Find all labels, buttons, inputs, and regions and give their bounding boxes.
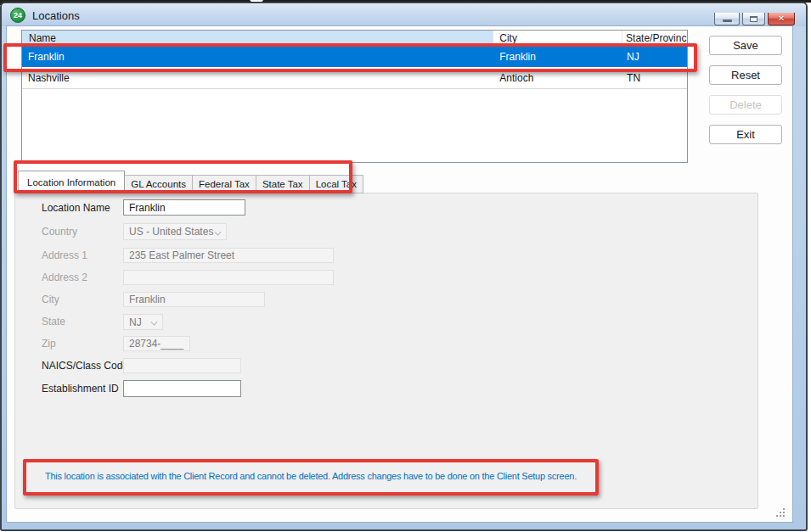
- annotation-box-selected-row: [3, 43, 697, 72]
- delete-button[interactable]: Delete: [709, 95, 782, 115]
- address2-label: Address 2: [42, 270, 87, 285]
- client-area: Name City State/Provinc Franklin Frankli…: [7, 26, 792, 522]
- close-button[interactable]: [768, 13, 795, 25]
- maximize-icon: [750, 16, 757, 22]
- resize-grip[interactable]: [775, 507, 786, 518]
- state-dropdown: NJ: [123, 314, 163, 330]
- annotation-box-note: [23, 459, 599, 496]
- address1-label: Address 1: [42, 248, 87, 263]
- reset-button[interactable]: Reset: [709, 65, 782, 85]
- zip-field: 28734-____: [123, 336, 190, 351]
- annotation-box-tabs: [14, 160, 352, 193]
- title-bar[interactable]: 24 Locations: [2, 3, 806, 26]
- address2-field: [123, 270, 334, 285]
- maximize-button[interactable]: [742, 13, 765, 25]
- app-logo-text: 24: [14, 11, 22, 20]
- naics-class-code-field: [123, 358, 241, 373]
- establishment-id-label: Establishment ID: [42, 381, 119, 396]
- window-title: Locations: [32, 9, 80, 22]
- minimize-button[interactable]: [714, 13, 740, 25]
- chevron-down-icon: [215, 229, 221, 235]
- establishment-id-field[interactable]: [123, 380, 241, 397]
- close-icon: [778, 14, 785, 23]
- location-name-label: Location Name: [42, 199, 110, 216]
- address1-field: 235 East Palmer Street: [123, 248, 334, 263]
- exit-button[interactable]: Exit: [709, 125, 782, 144]
- city-label: City: [42, 292, 59, 307]
- naics-class-code-label: NAICS/Class Code: [42, 358, 128, 373]
- state-label: State: [42, 314, 65, 329]
- locations-window: 24 Locations Name City State/Provinc: [0, 2, 808, 531]
- app-logo-icon: 24: [10, 8, 25, 23]
- country-dropdown: US - United States: [123, 223, 227, 240]
- chevron-down-icon: [151, 319, 157, 325]
- save-button[interactable]: Save: [709, 36, 782, 55]
- city-field: Franklin: [123, 292, 265, 307]
- country-label: Country: [42, 224, 77, 239]
- minimize-icon: [723, 20, 732, 22]
- zip-label: Zip: [42, 336, 56, 351]
- location-name-field[interactable]: Franklin: [123, 199, 245, 216]
